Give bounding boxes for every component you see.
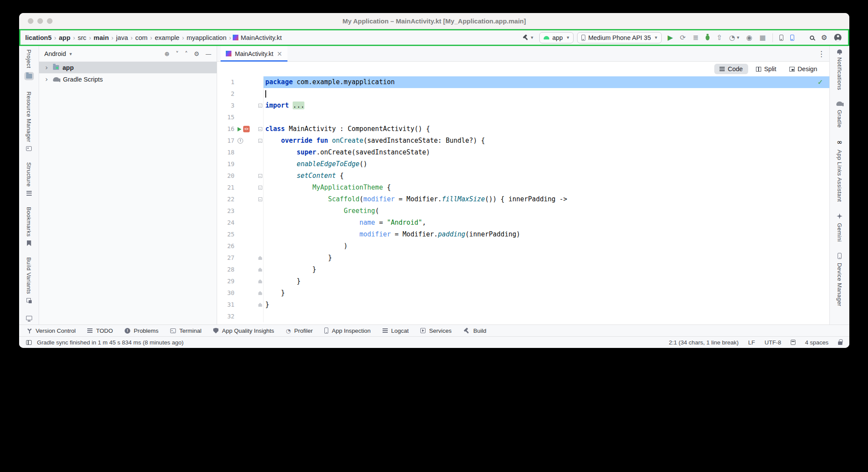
breadcrumb-item-example[interactable]: example xyxy=(154,33,180,42)
running-devices-button[interactable] xyxy=(777,33,786,42)
line-ending-widget[interactable]: LF xyxy=(748,339,755,346)
profiler-button[interactable]: ◔▾ xyxy=(726,33,742,43)
breadcrumb-item-java[interactable]: java xyxy=(115,33,129,42)
code-content[interactable]: class MainActivity : ComponentActivity()… xyxy=(264,123,829,135)
minimize-window-button[interactable] xyxy=(37,18,43,24)
breadcrumb-item-myapplication[interactable]: myapplication xyxy=(186,33,228,42)
editor-mode-split[interactable]: Split xyxy=(751,64,782,74)
lock-icon[interactable] xyxy=(838,341,842,345)
code-content[interactable]: package com.example.myapplication xyxy=(264,76,829,88)
breadcrumb-item-app[interactable]: app xyxy=(58,33,72,42)
tool-window-button-notifications[interactable]: Notifications xyxy=(836,49,843,90)
close-window-button[interactable] xyxy=(28,18,33,24)
fold-end-icon[interactable] xyxy=(258,291,262,295)
tool-window-button-todo[interactable]: TODO xyxy=(87,328,113,334)
tool-window-button-app-inspection[interactable]: App Inspection xyxy=(324,328,370,334)
status-widget-icon[interactable] xyxy=(791,340,795,345)
tab-options-icon[interactable]: ⋮ xyxy=(818,49,825,58)
tool-window-button-app-links-assistant[interactable]: ∞App Links Assistant xyxy=(836,139,843,202)
editor-mode-design[interactable]: Design xyxy=(784,64,822,74)
code-content[interactable]: } xyxy=(264,252,829,264)
code-content[interactable]: Scaffold(modifier = Modifier.fillMaxSize… xyxy=(264,193,829,205)
expand-all-button[interactable]: ˅ xyxy=(175,50,178,58)
search-everywhere-button[interactable] xyxy=(807,34,817,41)
build-button[interactable]: ▾ xyxy=(520,33,536,42)
run-line-icon[interactable] xyxy=(238,127,241,131)
tool-window-button-project[interactable]: Project xyxy=(24,49,34,80)
code-content[interactable]: override fun onCreate(savedInstanceState… xyxy=(264,135,829,147)
code-editor[interactable]: CodeSplitDesign ✓ 1package com.example.m… xyxy=(217,62,829,324)
fold-end-icon[interactable] xyxy=(258,303,262,307)
panel-settings-button[interactable]: ⚙ xyxy=(194,50,199,58)
tool-window-button-terminal[interactable]: Terminal xyxy=(170,328,201,334)
code-content[interactable]: Greeting( xyxy=(264,205,829,217)
code-content[interactable]: ) xyxy=(264,240,829,252)
fold-collapse-icon[interactable] xyxy=(258,139,262,143)
editor-mode-code[interactable]: Code xyxy=(714,64,748,74)
tool-window-button-services[interactable]: Services xyxy=(420,328,452,334)
tool-window-button-gemini[interactable]: Gemini xyxy=(836,213,843,242)
layout-widget-icon[interactable] xyxy=(26,340,32,345)
tool-window-button-device-manager[interactable]: Device Manager xyxy=(836,253,843,306)
tool-window-button-app-quality-insights[interactable]: App Quality Insights xyxy=(213,328,274,334)
inspections-widget-check-icon[interactable]: ✓ xyxy=(818,78,823,86)
account-button[interactable] xyxy=(832,33,844,43)
close-tab-icon[interactable]: × xyxy=(277,50,282,58)
editor-tab-mainactivity[interactable]: MainActivity.kt × xyxy=(221,46,287,61)
profile-low-overhead-button[interactable]: ◉ xyxy=(744,33,755,43)
code-content[interactable]: } xyxy=(264,287,829,299)
project-view-selector[interactable]: Android ▾ xyxy=(44,50,72,57)
code-content[interactable]: setContent { xyxy=(264,170,829,182)
caret-position-widget[interactable]: 2:1 (34 chars, 1 line break) xyxy=(669,339,739,346)
code-content[interactable]: } xyxy=(264,275,829,287)
attach-debugger-button[interactable]: ⇧ xyxy=(714,33,725,43)
fold-collapse-icon[interactable] xyxy=(258,197,262,201)
code-content[interactable]: } xyxy=(264,299,829,311)
collapse-all-button[interactable]: ˄ xyxy=(185,50,188,58)
tool-window-button-profiler[interactable]: ◔Profiler xyxy=(286,328,313,334)
tool-window-button-structure[interactable]: Structure xyxy=(26,162,32,195)
code-content[interactable] xyxy=(264,88,829,100)
fold-end-icon[interactable] xyxy=(258,256,262,260)
tool-window-button-running-devices[interactable] xyxy=(26,316,32,320)
fold-collapse-icon[interactable] xyxy=(258,186,262,190)
code-content[interactable] xyxy=(264,111,829,123)
code-content[interactable]: enableEdgeToEdge() xyxy=(264,158,829,170)
tool-window-button-logcat[interactable]: Logcat xyxy=(383,328,409,334)
tree-row-app[interactable]: ›app xyxy=(39,62,217,73)
tool-window-button-version-control[interactable]: Version Control xyxy=(27,328,76,334)
settings-button[interactable]: ⚙ xyxy=(818,33,830,43)
tool-window-button-gradle[interactable]: Gradle xyxy=(836,102,843,128)
breadcrumb-item-main[interactable]: main xyxy=(93,33,110,42)
expand-arrow-icon[interactable]: › xyxy=(45,75,50,83)
tree-row-gradle-scripts[interactable]: ›Gradle Scripts xyxy=(39,73,217,85)
tool-window-button-build-variants[interactable]: Build Variants xyxy=(26,257,32,303)
fold-collapse-icon[interactable] xyxy=(258,104,262,108)
breadcrumb-item-lication5[interactable]: lication5 xyxy=(24,33,53,42)
expand-arrow-icon[interactable]: › xyxy=(45,63,50,72)
compose-preview-icon[interactable]: <> xyxy=(243,126,250,132)
code-content[interactable]: name = "Android", xyxy=(264,217,829,229)
hide-panel-button[interactable]: — xyxy=(205,50,211,58)
tool-window-button-problems[interactable]: Problems xyxy=(125,328,158,334)
breadcrumb-item-src[interactable]: src xyxy=(77,33,87,42)
zoom-window-button[interactable] xyxy=(47,18,53,24)
code-content[interactable] xyxy=(264,311,829,322)
debug-button[interactable] xyxy=(703,34,712,42)
apply-code-changes-button[interactable]: ≣ xyxy=(690,33,701,43)
fold-end-icon[interactable] xyxy=(258,279,262,283)
indent-widget[interactable]: 4 spaces xyxy=(805,339,828,346)
code-content[interactable]: } xyxy=(264,264,829,275)
run-button[interactable]: ▶ xyxy=(665,33,676,43)
stop-button[interactable]: ■ xyxy=(757,33,769,43)
run-config-select[interactable]: app ▾ xyxy=(539,32,574,43)
device-mirroring-button[interactable] xyxy=(788,33,797,42)
encoding-widget[interactable]: UTF-8 xyxy=(765,339,781,346)
fold-collapse-icon[interactable] xyxy=(258,174,262,178)
breadcrumb-item-com[interactable]: com xyxy=(134,33,148,42)
code-content[interactable]: MyApplicationTheme { xyxy=(264,182,829,193)
fold-end-icon[interactable] xyxy=(258,268,262,272)
tool-window-button-bookmarks[interactable]: Bookmarks xyxy=(26,207,32,246)
code-content[interactable]: import ... xyxy=(264,100,829,111)
override-method-icon[interactable]: ↑ xyxy=(238,138,243,144)
